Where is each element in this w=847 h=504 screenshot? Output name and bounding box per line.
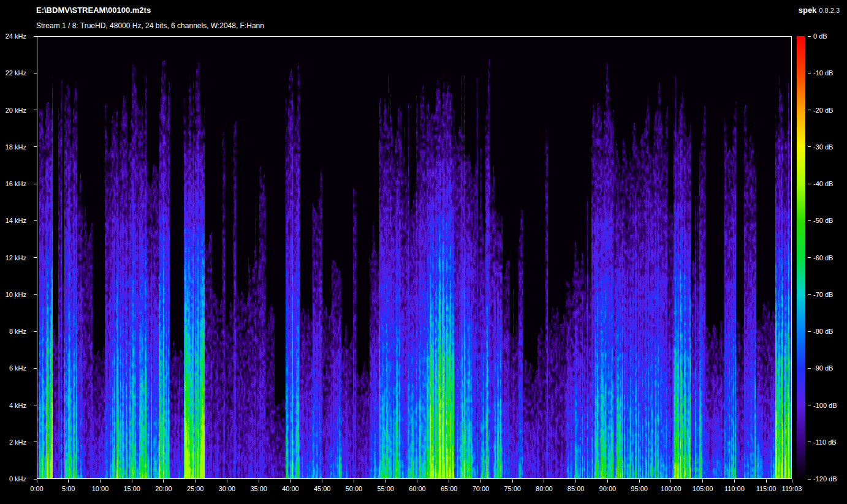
- frequency-tick-mark: [34, 73, 37, 73]
- time-tick-label: 119:03: [775, 485, 809, 492]
- stream-info: Stream 1 / 8: TrueHD, 48000 Hz, 24 bits,…: [36, 21, 264, 30]
- db-tick-mark: [808, 257, 811, 258]
- time-tick-mark: [259, 480, 259, 483]
- time-tick-mark: [449, 480, 449, 483]
- time-tick-mark: [670, 480, 671, 483]
- frequency-tick-mark: [34, 405, 37, 405]
- time-tick-mark: [544, 480, 544, 483]
- db-tick-mark: [808, 405, 811, 405]
- frequency-tick-label: 4 kHz: [0, 402, 32, 409]
- db-tick-label: -10 dB: [813, 69, 833, 77]
- time-tick-label: 95:00: [622, 485, 656, 492]
- app-brand: spek0.8.2.3: [799, 6, 840, 15]
- frequency-tick-label: 8 kHz: [0, 328, 32, 335]
- frequency-tick-label: 18 kHz: [0, 143, 32, 151]
- db-tick-mark: [808, 110, 811, 110]
- frequency-tick-label: 6 kHz: [0, 364, 32, 372]
- db-tick-mark: [808, 294, 811, 295]
- time-tick-mark: [792, 480, 792, 483]
- frequency-tick-mark: [34, 110, 37, 110]
- time-tick-label: 110:00: [717, 485, 751, 492]
- time-tick-label: 70:00: [463, 485, 498, 492]
- time-tick-mark: [290, 480, 291, 483]
- time-tick-label: 45:00: [305, 485, 340, 492]
- time-tick-label: 55:00: [368, 485, 403, 492]
- app-version: 0.8.2.3: [819, 7, 840, 14]
- time-tick-label: 50:00: [336, 485, 371, 492]
- frequency-tick-label: 0 kHz: [0, 475, 32, 483]
- frequency-tick-mark: [34, 368, 37, 369]
- time-tick-mark: [766, 480, 767, 483]
- time-tick-label: 0:00: [20, 485, 54, 492]
- frequency-tick-label: 16 kHz: [0, 180, 32, 187]
- time-tick-label: 35:00: [241, 485, 276, 492]
- frequency-tick-mark: [34, 184, 37, 184]
- time-tick-label: 75:00: [495, 485, 530, 492]
- time-tick-mark: [480, 480, 481, 483]
- db-tick-label: -20 dB: [813, 107, 833, 114]
- frequency-tick-mark: [34, 442, 37, 442]
- frequency-tick-mark: [34, 331, 37, 332]
- frequency-tick-mark: [34, 257, 37, 258]
- time-tick-label: 90:00: [590, 485, 625, 492]
- frequency-tick-mark: [34, 36, 37, 37]
- time-tick-mark: [68, 480, 69, 483]
- db-tick-mark: [808, 146, 811, 147]
- frequency-tick-label: 24 kHz: [0, 32, 32, 40]
- db-tick-mark: [808, 220, 811, 221]
- frequency-tick-label: 2 kHz: [0, 438, 32, 446]
- time-tick-mark: [512, 480, 513, 483]
- db-tick-label: 0 dB: [813, 32, 827, 40]
- time-tick-label: 65:00: [432, 485, 466, 492]
- frequency-tick-label: 20 kHz: [0, 107, 32, 114]
- db-color-scale: [797, 36, 805, 479]
- db-tick-label: -100 dB: [813, 402, 837, 409]
- time-tick-label: 105:00: [686, 485, 720, 492]
- db-tick-label: -80 dB: [813, 328, 833, 335]
- db-tick-mark: [808, 331, 811, 332]
- time-tick-mark: [702, 480, 703, 483]
- db-tick-label: -120 dB: [813, 475, 837, 483]
- time-tick-label: 80:00: [527, 485, 561, 492]
- time-tick-mark: [354, 480, 354, 483]
- frequency-tick-label: 14 kHz: [0, 217, 32, 224]
- db-tick-label: -70 dB: [813, 291, 833, 298]
- time-tick-label: 100:00: [654, 485, 688, 492]
- db-tick-mark: [808, 442, 811, 442]
- time-tick-mark: [734, 480, 735, 483]
- db-tick-label: -50 dB: [813, 217, 833, 224]
- time-tick-label: 30:00: [210, 485, 244, 492]
- time-tick-label: 15:00: [115, 485, 149, 492]
- time-tick-mark: [132, 480, 132, 483]
- db-tick-label: -40 dB: [813, 180, 833, 187]
- frequency-tick-label: 10 kHz: [0, 291, 32, 298]
- spectrogram-frame: [37, 36, 792, 479]
- app-name: spek: [799, 6, 817, 15]
- time-tick-mark: [100, 480, 101, 483]
- frequency-tick-label: 12 kHz: [0, 254, 32, 261]
- time-tick-label: 60:00: [400, 485, 435, 492]
- time-tick-label: 5:00: [51, 485, 86, 492]
- time-tick-mark: [575, 480, 576, 483]
- time-tick-mark: [322, 480, 322, 483]
- frequency-tick-mark: [34, 294, 37, 295]
- time-tick-mark: [227, 480, 227, 483]
- time-tick-label: 85:00: [559, 485, 593, 492]
- file-path-title: E:\BDMV\STREAM\00100.m2ts: [36, 6, 151, 15]
- time-tick-mark: [163, 480, 164, 483]
- time-tick-label: 20:00: [146, 485, 181, 492]
- time-tick-mark: [607, 480, 608, 483]
- time-tick-label: 40:00: [273, 485, 308, 492]
- frequency-tick-mark: [34, 220, 37, 221]
- spek-window: E:\BDMV\STREAM\00100.m2ts spek0.8.2.3 St…: [0, 0, 847, 504]
- db-tick-mark: [808, 73, 811, 73]
- time-tick-mark: [639, 480, 640, 483]
- db-tick-label: -30 dB: [813, 143, 833, 151]
- time-tick-label: 10:00: [83, 485, 117, 492]
- db-tick-mark: [808, 184, 811, 184]
- db-tick-label: -60 dB: [813, 254, 833, 261]
- spectrogram-canvas: [37, 37, 791, 478]
- time-tick-mark: [417, 480, 417, 483]
- time-tick-mark: [37, 480, 37, 483]
- frequency-tick-label: 22 kHz: [0, 69, 32, 77]
